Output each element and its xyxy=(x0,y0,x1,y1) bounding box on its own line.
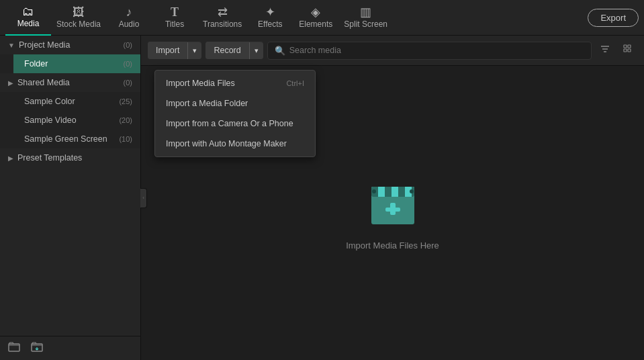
import-hint-text: Import Media Files Here xyxy=(346,240,439,251)
sidebar-sub-project-media: Folder (0) xyxy=(0,54,140,73)
transitions-icon: ⇄ xyxy=(218,6,228,18)
nav-label-media: Media xyxy=(17,19,40,28)
record-btn-group: Record ▾ xyxy=(205,42,263,59)
nav-label-effects: Effects xyxy=(258,19,282,29)
nav-label-elements: Elements xyxy=(299,19,332,29)
import-camera-label: Import from a Camera Or a Phone xyxy=(166,119,293,128)
titles-icon: T xyxy=(171,6,179,18)
svg-point-19 xyxy=(410,189,414,193)
grid-view-button[interactable] xyxy=(618,41,637,60)
nav-label-split-screen: Split Screen xyxy=(344,19,387,29)
record-button[interactable]: Record xyxy=(205,42,248,59)
search-input[interactable] xyxy=(289,46,584,55)
nav-item-effects[interactable]: ✦ Effects xyxy=(247,0,293,36)
sample-green-screen-label: Sample Green Screen xyxy=(24,134,119,144)
nav-label-transitions: Transitions xyxy=(203,19,242,29)
sample-green-screen-count: (10) xyxy=(119,135,132,143)
folder-label: Folder xyxy=(24,59,124,69)
import-button[interactable]: Import xyxy=(148,42,187,59)
sample-color-label: Sample Color xyxy=(24,97,119,106)
search-box: 🔍 xyxy=(267,42,592,60)
shared-media-count: (0) xyxy=(124,79,132,87)
search-icon: 🔍 xyxy=(275,46,285,56)
toolbar: Import ▾ Import Media Files Ctrl+I Impor… xyxy=(141,36,644,66)
top-nav: 🗂 Media 🖼 Stock Media ♪ Audio T Titles ⇄… xyxy=(0,0,644,36)
svg-rect-5 xyxy=(624,45,627,48)
sidebar-item-sample-green-screen[interactable]: Sample Green Screen (10) xyxy=(13,130,140,148)
nav-item-media[interactable]: 🗂 Media xyxy=(5,0,51,36)
import-files-shortcut: Ctrl+I xyxy=(286,79,304,87)
shared-media-label: Shared Media xyxy=(17,78,124,87)
nav-item-stock-media[interactable]: 🖼 Stock Media xyxy=(51,0,106,36)
sidebar: ▼ Project Media (0) Folder (0) ▶ Shared … xyxy=(0,36,141,360)
stock-media-icon: 🖼 xyxy=(73,6,85,18)
svg-rect-6 xyxy=(628,45,631,48)
record-dropdown-arrow[interactable]: ▾ xyxy=(249,42,263,59)
nav-item-split-screen[interactable]: ▥ Split Screen xyxy=(338,0,393,36)
export-button[interactable]: Export xyxy=(588,9,639,27)
import-folder-button[interactable] xyxy=(28,339,46,358)
import-files-label: Import Media Files xyxy=(166,79,235,88)
sidebar-item-project-media[interactable]: ▼ Project Media (0) xyxy=(0,36,140,54)
arrow-down-icon: ▼ xyxy=(8,42,15,49)
dropdown-item-import-camera[interactable]: Import from a Camera Or a Phone xyxy=(155,114,315,134)
project-media-count: (0) xyxy=(124,41,132,49)
elements-icon: ◈ xyxy=(311,6,320,18)
collapse-handle[interactable]: ‹ xyxy=(140,188,147,208)
nav-item-audio[interactable]: ♪ Audio xyxy=(106,0,152,36)
import-montage-label: Import with Auto Montage Maker xyxy=(166,139,287,148)
nav-label-stock-media: Stock Media xyxy=(56,19,101,29)
arrow-right-icon: ▶ xyxy=(8,79,13,87)
preset-templates-label: Preset Templates xyxy=(17,153,132,163)
sidebar-item-preset-templates[interactable]: ▶ Preset Templates xyxy=(0,148,140,167)
filter-button[interactable] xyxy=(596,41,614,60)
sample-color-count: (25) xyxy=(119,97,132,105)
svg-rect-14 xyxy=(398,187,405,197)
media-icon: 🗂 xyxy=(22,5,34,17)
nav-item-titles[interactable]: T Titles xyxy=(152,0,197,36)
preset-arrow-icon: ▶ xyxy=(8,154,13,162)
svg-rect-17 xyxy=(385,208,400,212)
import-dropdown-arrow[interactable]: ▾ xyxy=(187,42,201,59)
sample-video-count: (20) xyxy=(119,116,132,124)
dropdown-item-import-files[interactable]: Import Media Files Ctrl+I xyxy=(155,73,315,93)
split-screen-icon: ▥ xyxy=(360,6,371,18)
nav-item-elements[interactable]: ◈ Elements xyxy=(293,0,338,36)
dropdown-item-import-montage[interactable]: Import with Auto Montage Maker xyxy=(155,134,315,154)
sidebar-sub-shared-media: Sample Color (25) Sample Video (20) Samp… xyxy=(0,92,140,148)
svg-point-18 xyxy=(372,189,376,193)
sidebar-item-sample-video[interactable]: Sample Video (20) xyxy=(13,111,140,130)
nav-item-transitions[interactable]: ⇄ Transitions xyxy=(197,0,247,36)
sidebar-item-sample-color[interactable]: Sample Color (25) xyxy=(13,92,140,111)
project-media-label: Project Media xyxy=(19,40,124,50)
clapperboard-icon xyxy=(366,176,420,230)
effects-icon: ✦ xyxy=(265,6,275,18)
content-area: Import ▾ Import Media Files Ctrl+I Impor… xyxy=(141,36,644,360)
nav-label-audio: Audio xyxy=(119,19,140,29)
sidebar-footer xyxy=(0,336,140,360)
main-layout: ▼ Project Media (0) Folder (0) ▶ Shared … xyxy=(0,36,644,360)
svg-rect-8 xyxy=(628,49,631,52)
audio-icon: ♪ xyxy=(126,6,132,18)
dropdown-item-import-folder[interactable]: Import a Media Folder xyxy=(155,93,315,114)
new-folder-button[interactable] xyxy=(5,339,23,358)
sidebar-item-shared-media[interactable]: ▶ Shared Media (0) xyxy=(0,73,140,92)
nav-label-titles: Titles xyxy=(165,19,184,29)
import-folder-label: Import a Media Folder xyxy=(166,99,248,108)
svg-rect-7 xyxy=(624,49,627,52)
sidebar-item-folder[interactable]: Folder (0) xyxy=(13,54,140,73)
sample-video-label: Sample Video xyxy=(24,116,119,125)
svg-rect-13 xyxy=(385,187,392,197)
import-dropdown-menu: Import Media Files Ctrl+I Import a Media… xyxy=(154,70,316,157)
folder-count: (0) xyxy=(124,60,132,68)
import-btn-group: Import ▾ Import Media Files Ctrl+I Impor… xyxy=(148,42,201,59)
